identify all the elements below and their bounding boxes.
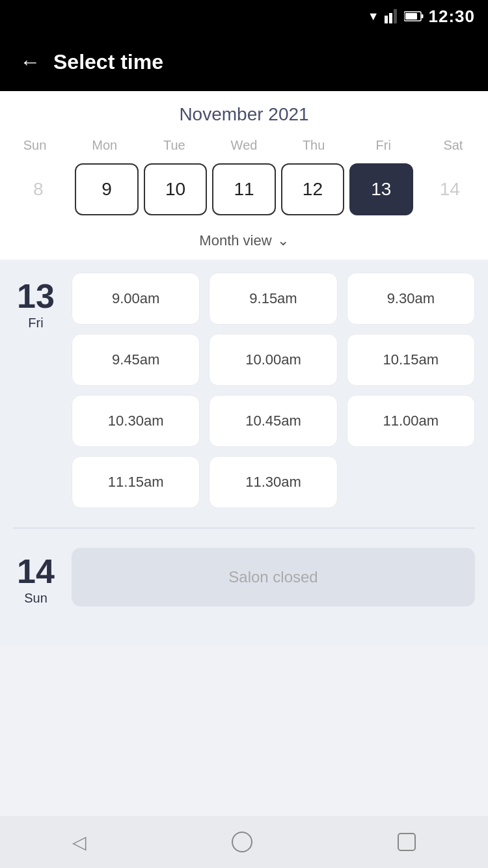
status-bar: ▼ 12:30: [0, 0, 488, 33]
time-slot-1115am[interactable]: 11.15am: [72, 456, 200, 508]
weekday-sun: Sun: [0, 138, 70, 153]
weekday-thu: Thu: [279, 138, 349, 153]
battery-icon: [404, 11, 424, 21]
weekday-mon: Mon: [70, 138, 139, 153]
back-button[interactable]: ←: [20, 51, 40, 72]
home-nav-icon: [232, 832, 252, 852]
day-number-14: 14: [13, 554, 59, 588]
time-slot-1015am[interactable]: 10.15am: [347, 334, 475, 386]
signal-icon: [385, 9, 399, 23]
time-slot-1130am[interactable]: 11.30am: [209, 456, 337, 508]
day-number-13: 13: [13, 279, 59, 313]
back-nav-icon: ◁: [72, 832, 87, 853]
days-row: 891011121314: [0, 161, 488, 226]
svg-rect-2: [394, 9, 397, 23]
recent-nav-button[interactable]: [398, 833, 416, 851]
month-year-title: November 2021: [0, 104, 488, 125]
time-slot-1100am[interactable]: 11.00am: [347, 395, 475, 447]
svg-rect-5: [405, 13, 417, 20]
month-view-toggle[interactable]: Month view ⌄: [0, 226, 488, 260]
svg-rect-1: [389, 13, 392, 23]
day-cell-14: 14: [418, 163, 481, 215]
time-slot-900am[interactable]: 9.00am: [72, 273, 200, 325]
svg-rect-4: [421, 14, 423, 18]
day-cell-9[interactable]: 9: [75, 163, 138, 215]
weekday-tue: Tue: [139, 138, 209, 153]
weekday-wed: Wed: [209, 138, 278, 153]
calendar-section: November 2021 Sun Mon Tue Wed Thu Fri Sa…: [0, 91, 488, 260]
wifi-icon: ▼: [368, 10, 379, 23]
time-slot-930am[interactable]: 9.30am: [347, 273, 475, 325]
day-cell-8: 8: [7, 163, 70, 215]
section-divider: [13, 528, 475, 528]
page-title: Select time: [53, 50, 163, 74]
slots-section: 13 Fri 9.00am9.15am9.30am9.45am10.00am10…: [0, 260, 488, 645]
status-time: 12:30: [429, 7, 476, 27]
svg-rect-0: [385, 16, 388, 23]
day-cell-11[interactable]: 11: [212, 163, 275, 215]
day-name-13: Fri: [13, 316, 59, 331]
status-icons: ▼ 12:30: [368, 7, 475, 27]
month-view-label: Month view: [199, 232, 271, 249]
day-block-14: 14 Sun Salon closed: [13, 548, 475, 606]
day-cell-13[interactable]: 13: [349, 163, 413, 215]
app-header: ← Select time: [0, 33, 488, 91]
salon-closed-text: Salon closed: [228, 568, 318, 586]
time-slot-1000am[interactable]: 10.00am: [209, 334, 337, 386]
day-number-col-13: 13 Fri: [13, 273, 59, 331]
day-cell-12[interactable]: 12: [281, 163, 344, 215]
weekday-fri: Fri: [349, 138, 418, 153]
time-slot-915am[interactable]: 9.15am: [209, 273, 337, 325]
recent-nav-icon: [398, 833, 416, 851]
android-nav-bar: ◁: [0, 816, 488, 868]
weekday-sat: Sat: [418, 138, 488, 153]
day-cell-10[interactable]: 10: [144, 163, 207, 215]
weekday-row: Sun Mon Tue Wed Thu Fri Sat: [0, 138, 488, 153]
day-name-14: Sun: [13, 591, 59, 606]
chevron-down-icon: ⌄: [277, 232, 289, 249]
time-slot-1045am[interactable]: 10.45am: [209, 395, 337, 447]
back-nav-button[interactable]: ◁: [72, 832, 87, 853]
time-slot-1030am[interactable]: 10.30am: [72, 395, 200, 447]
day-number-col-14: 14 Sun: [13, 548, 59, 606]
day-block-13: 13 Fri 9.00am9.15am9.30am9.45am10.00am10…: [13, 273, 475, 508]
time-slot-945am[interactable]: 9.45am: [72, 334, 200, 386]
home-nav-button[interactable]: [232, 832, 252, 852]
time-slots-grid-13: 9.00am9.15am9.30am9.45am10.00am10.15am10…: [72, 273, 475, 508]
salon-closed-banner: Salon closed: [72, 548, 475, 606]
